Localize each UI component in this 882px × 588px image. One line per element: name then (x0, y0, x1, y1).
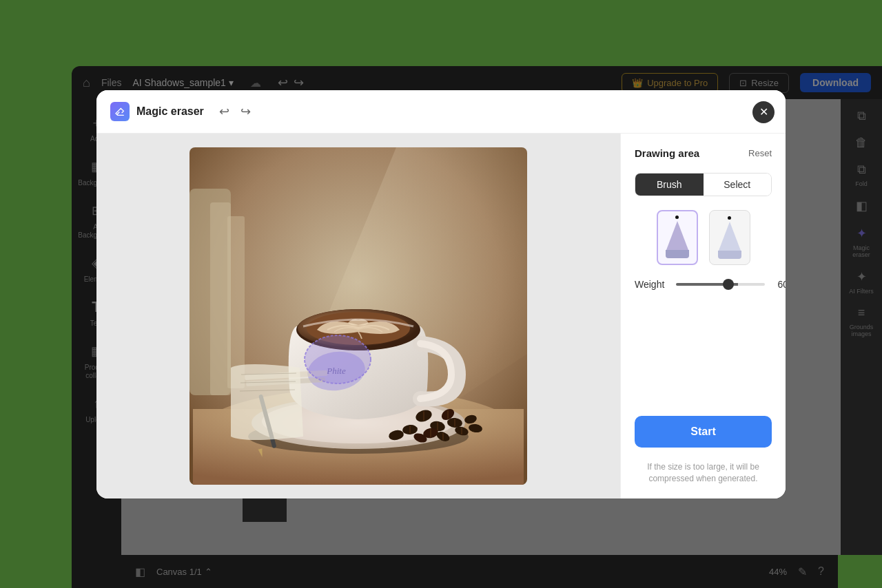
select-tab[interactable]: Select (704, 174, 772, 196)
panel-header: Drawing area Reset (635, 147, 772, 159)
modal-undo-redo: ↩ ↪ (216, 101, 254, 122)
weight-value: 60 (772, 279, 786, 290)
magic-eraser-header-icon (110, 102, 130, 121)
modal-canvas-area: Phite (96, 134, 620, 498)
modal-close-button[interactable]: ✕ (752, 101, 775, 123)
brush-preview-1 (657, 210, 698, 265)
modal-redo-button[interactable]: ↪ (238, 101, 254, 122)
start-button[interactable]: Start (635, 416, 772, 448)
brush-options (635, 210, 772, 265)
modal-right-panel: Drawing area Reset Brush Select (620, 134, 786, 498)
weight-label: Weight (635, 279, 669, 290)
canvas-image-container[interactable]: Phite (189, 147, 527, 485)
svg-point-42 (305, 335, 371, 384)
modal-overlay: Magic eraser ↩ ↪ ✕ (0, 0, 882, 588)
weight-row: Weight 60 (635, 279, 772, 290)
modal-undo-button[interactable]: ↩ (216, 101, 232, 122)
modal-title: Magic eraser (136, 105, 204, 118)
weight-section: Weight 60 (635, 279, 772, 290)
hint-text: If the size is too large, it will be com… (635, 461, 772, 485)
brush-option-2[interactable] (709, 210, 750, 265)
reset-button[interactable]: Reset (748, 148, 772, 158)
weight-slider[interactable] (676, 283, 765, 286)
modal-body: Phite (96, 134, 786, 498)
brush-preview-2 (709, 210, 750, 265)
brush-select-tabs: Brush Select (635, 173, 772, 196)
modal-header: Magic eraser ↩ ↪ ✕ (96, 90, 786, 134)
brush-tab[interactable]: Brush (635, 174, 704, 196)
panel-title: Drawing area (635, 147, 699, 159)
brush-option-1[interactable] (657, 210, 698, 265)
svg-rect-4 (227, 216, 245, 388)
magic-eraser-modal: Magic eraser ↩ ↪ ✕ (96, 90, 786, 498)
coffee-scene-svg: Phite (189, 147, 527, 485)
